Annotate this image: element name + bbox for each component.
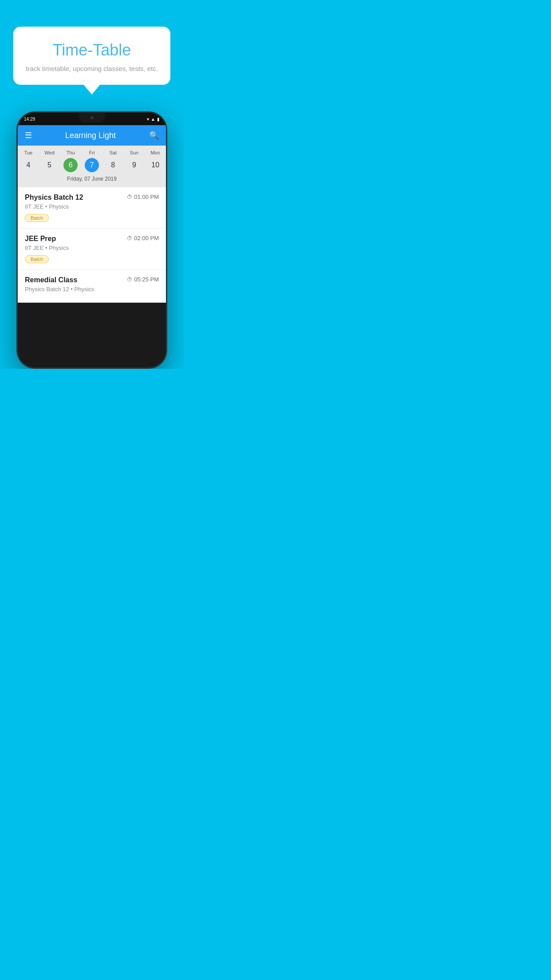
schedule-item-physics-batch[interactable]: Physics Batch 12 ⏱ 01:00 PM IIT JEE • Ph… — [18, 187, 166, 229]
date-10[interactable]: 10 — [145, 158, 166, 172]
clock-icon-1: ⏱ — [127, 194, 132, 200]
schedule-title-2: JEE Prep — [25, 235, 56, 243]
batch-badge-1: Batch — [25, 214, 49, 222]
date-8[interactable]: 8 — [102, 158, 124, 172]
app-bar-title: Learning Light — [65, 131, 116, 140]
tooltip-card: Time-Table track timetable, upcoming cla… — [13, 27, 170, 85]
day-header-thu: Thu — [60, 150, 81, 155]
signal-icon: ▲ — [151, 117, 155, 122]
date-9[interactable]: 9 — [124, 158, 145, 172]
search-icon[interactable]: 🔍 — [149, 130, 159, 140]
day-numbers: 4 5 6 7 8 9 10 — [18, 158, 166, 172]
hamburger-icon[interactable]: ☰ — [25, 131, 32, 139]
phone-notch: 14:29 ▾ ▲ ▮ — [18, 113, 166, 125]
schedule-item-header-2: JEE Prep ⏱ 02:00 PM — [25, 235, 159, 243]
tooltip-title: Time-Table — [26, 41, 158, 59]
schedule-subtitle-3: Physics Batch 12 • Physics — [25, 286, 159, 292]
selected-date-label: Friday, 07 June 2019 — [18, 176, 166, 184]
app-bar: ☰ Learning Light 🔍 — [18, 125, 166, 146]
day-header-sat: Sat — [102, 150, 124, 155]
date-7-selected[interactable]: 7 — [85, 158, 99, 172]
battery-icon: ▮ — [157, 117, 160, 122]
schedule-item-header-3: Remedial Class ⏱ 05:25 PM — [25, 276, 159, 284]
schedule-time-2: ⏱ 02:00 PM — [127, 235, 159, 241]
schedule-time-3: ⏱ 05:25 PM — [127, 276, 159, 283]
phone-wrapper: 14:29 ▾ ▲ ▮ ☰ Learning Light 🔍 Tue — [0, 111, 184, 369]
day-header-tue: Tue — [18, 150, 39, 155]
schedule-subtitle-1: IIT JEE • Physics — [25, 203, 159, 210]
calendar-strip: Tue Wed Thu Fri Sat Sun Mon 4 5 6 7 8 9 … — [18, 146, 166, 187]
notch-cutout — [79, 113, 105, 122]
tooltip-subtitle: track timetable, upcoming classes, tests… — [26, 65, 158, 72]
date-5[interactable]: 5 — [39, 158, 60, 172]
day-header-wed: Wed — [39, 150, 60, 155]
schedule-list: Physics Batch 12 ⏱ 01:00 PM IIT JEE • Ph… — [18, 187, 166, 303]
day-header-fri: Fri — [81, 150, 102, 155]
schedule-title-3: Remedial Class — [25, 276, 77, 284]
schedule-title-1: Physics Batch 12 — [25, 194, 83, 202]
status-time: 14:29 — [24, 117, 35, 122]
day-header-sun: Sun — [124, 150, 145, 155]
schedule-subtitle-2: IIT JEE • Physics — [25, 245, 159, 251]
schedule-item-header-1: Physics Batch 12 ⏱ 01:00 PM — [25, 194, 159, 202]
day-headers: Tue Wed Thu Fri Sat Sun Mon — [18, 150, 166, 155]
phone-mockup: 14:29 ▾ ▲ ▮ ☰ Learning Light 🔍 Tue — [16, 111, 167, 369]
clock-icon-3: ⏱ — [127, 277, 132, 283]
batch-badge-2: Batch — [25, 255, 49, 263]
app-screen: ☰ Learning Light 🔍 Tue Wed Thu Fri Sat S… — [18, 125, 166, 303]
day-header-mon: Mon — [145, 150, 166, 155]
camera-dot — [91, 116, 94, 119]
schedule-item-jee-prep[interactable]: JEE Prep ⏱ 02:00 PM IIT JEE • Physics Ba… — [18, 229, 166, 270]
date-4[interactable]: 4 — [18, 158, 39, 172]
status-icons: ▾ ▲ ▮ — [147, 117, 160, 122]
clock-icon-2: ⏱ — [127, 235, 132, 241]
schedule-time-1: ⏱ 01:00 PM — [127, 194, 159, 200]
date-6-today[interactable]: 6 — [63, 158, 78, 172]
wifi-icon: ▾ — [147, 117, 149, 122]
schedule-item-remedial[interactable]: Remedial Class ⏱ 05:25 PM Physics Batch … — [18, 270, 166, 303]
